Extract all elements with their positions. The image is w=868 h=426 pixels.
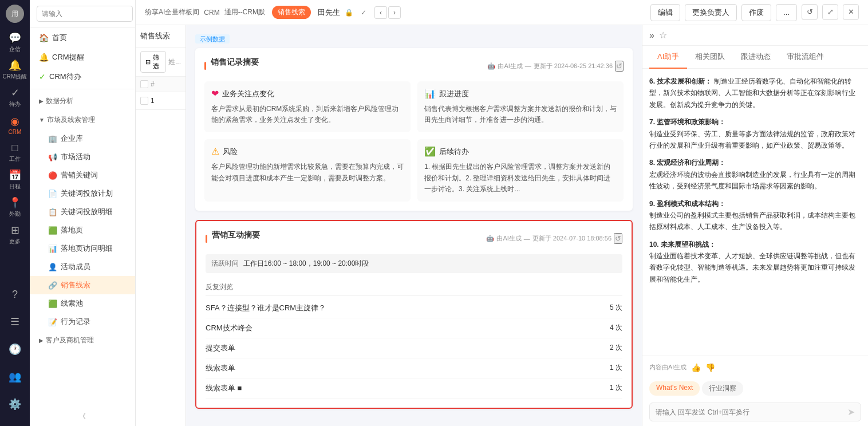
ai-section-title-0: 6. 技术发展和创新： xyxy=(649,77,712,85)
ai-send-btn[interactable]: ➤ xyxy=(847,407,855,417)
sidebar-group-market-mgmt[interactable]: ▼ 市场及线索管理 xyxy=(30,111,135,129)
filter-button[interactable]: ⊟ 筛选 xyxy=(140,51,166,73)
expand-collapse-icon[interactable]: » xyxy=(649,30,654,41)
enterprise-icon: 🏢 xyxy=(48,135,57,143)
browse-row-text-4: 线索表单 ■ xyxy=(206,383,610,393)
sidebar-item-marketing-keyword[interactable]: 🔴 营销关键词 xyxy=(30,166,135,184)
sidebar-item-crm-alert[interactable]: 🔔 CRM提醒 xyxy=(30,48,135,67)
sidebar-item-home[interactable]: 🏠 首页 xyxy=(30,28,135,48)
landing-page-icon: 🟩 xyxy=(48,226,57,235)
verify-icon[interactable]: ✓ xyxy=(357,6,370,19)
crm-icon: ◉ xyxy=(10,115,19,128)
refresh-icon[interactable]: ↺ xyxy=(802,4,818,20)
settings-icon: ⚙️ xyxy=(9,398,21,411)
sidebar-item-qixin[interactable]: 💬 企信 xyxy=(2,30,27,55)
summary-item-header-1: 📊 跟进进度 xyxy=(424,88,617,99)
expand-icon[interactable]: ⤢ xyxy=(822,4,838,20)
history-icon: 🕐 xyxy=(9,343,21,356)
card-refresh-btn[interactable]: ↺ xyxy=(615,61,624,72)
ai-icon-small: 🤖 xyxy=(487,62,495,70)
browse-row-3: 线索表单 1 次 xyxy=(206,358,622,378)
sidebar-item-users[interactable]: 👥 xyxy=(2,364,27,389)
keyword-detail-icon: 📋 xyxy=(48,208,57,216)
sidebar-item-market-activity[interactable]: 📢 市场活动 xyxy=(30,148,135,166)
sidebar-item-keyword-plan[interactable]: 📄 关键词投放计划 xyxy=(30,184,135,203)
sidebar-group-customer-mgmt[interactable]: ▶ 客户及商机管理 xyxy=(30,331,135,350)
market-mgmt-label: 市场及线索管理 xyxy=(47,115,95,125)
app-name: 纷享AI全量样板间 xyxy=(145,7,199,17)
sidebar-item-crm-alert[interactable]: 🔔 CRM提醒 xyxy=(2,57,27,82)
sidebar-item-enterprise[interactable]: 🏢 企业库 xyxy=(30,129,135,148)
app-crm: CRM xyxy=(204,9,219,17)
landing-detail-icon: 📊 xyxy=(48,244,57,253)
edit-button[interactable]: 编辑 xyxy=(650,4,680,21)
sidebar-label-calendar: 日程 xyxy=(9,183,21,191)
nav-sidebar: + 🏠 首页 🔔 CRM提醒 ✓ CRM待办 ▶ 数据分析 ▼ 市场及线索管理 … xyxy=(30,0,136,426)
ai-input[interactable] xyxy=(656,408,843,416)
lock-icon[interactable]: 🔒 xyxy=(342,6,355,19)
sidebar-item-behavior-record[interactable]: 📝 行为记录 xyxy=(30,313,135,331)
browse-row-text-0: SFA？连接型？谁才是CRM主旋律？ xyxy=(206,303,610,313)
thumbs-down-btn[interactable]: 👎 xyxy=(705,363,715,372)
active-member-icon: 👤 xyxy=(48,263,57,271)
nav-divider-1 xyxy=(30,89,135,89)
collapse-sidebar-btn[interactable]: 《 xyxy=(79,412,86,420)
active-tab-pill[interactable]: 销售线索 xyxy=(272,6,311,19)
sidebar-item-lead-pool[interactable]: 🟩 线索池 xyxy=(30,294,135,313)
marketing-card-meta: 🤖 由AI生成 — 更新于 2024-07-10 18:08:56 ↺ xyxy=(486,233,622,244)
tab-ai-assistant[interactable]: AI助手 xyxy=(649,46,687,69)
ai-label: 由AI生成 xyxy=(498,62,522,70)
star-icon[interactable]: ☆ xyxy=(659,30,667,41)
close-icon[interactable]: ✕ xyxy=(843,4,859,20)
row-checkbox[interactable] xyxy=(140,97,148,105)
app-mode: 通用--CRM默 xyxy=(224,7,265,17)
sidebar-item-landing-page[interactable]: 🟩 落地页 xyxy=(30,221,135,239)
browse-row-text-1: CRM技术峰会 xyxy=(206,323,610,333)
sidebar-item-sales-lead[interactable]: 🔗 销售线索 xyxy=(30,276,135,294)
sidebar-item-todo[interactable]: ✓ 待办 xyxy=(2,85,27,110)
sidebar-item-logs[interactable]: ☰ xyxy=(2,309,27,334)
sidebar-item-keyword-detail[interactable]: 📋 关键词投放明细 xyxy=(30,203,135,221)
sidebar-item-more[interactable]: ⊞ 更多 xyxy=(2,222,27,247)
sidebar-item-calendar[interactable]: 📅 日程 xyxy=(2,167,27,192)
marketing-active-time: 活跃时间 工作日16:00 ~ 18:00，19:00 ~ 20:00时段 xyxy=(206,254,622,273)
marketing-ai-label: 由AI生成 xyxy=(496,234,521,243)
browse-row-count-1: 4 次 xyxy=(610,323,622,333)
tab-industry-insights[interactable]: 行业洞察 xyxy=(702,381,743,396)
browse-row-count-4: 1 次 xyxy=(610,383,622,393)
user-avatar[interactable]: 用 xyxy=(6,5,24,23)
tab-whats-next[interactable]: What's Next xyxy=(649,381,700,396)
sidebar-item-crm[interactable]: ◉ CRM xyxy=(2,112,27,137)
sidebar-item-question[interactable]: ? xyxy=(2,282,27,307)
sidebar-item-landing-detail[interactable]: 📊 落地页访问明细 xyxy=(30,239,135,258)
search-input[interactable] xyxy=(37,6,133,22)
header-checkbox[interactable] xyxy=(140,80,148,88)
list-column-label: 姓... xyxy=(168,57,181,67)
bell-icon: 🔔 xyxy=(39,53,49,62)
card-header-sales: 销售记录摘要 🤖 由AI生成 — 更新于 2024-06-25 21:42:36… xyxy=(204,57,624,74)
delete-button[interactable]: 作废 xyxy=(741,4,771,21)
tab-follow-dynamics[interactable]: 跟进动态 xyxy=(733,46,779,69)
icon-sidebar: 用 💬 企信 🔔 CRM提醒 ✓ 待办 ◉ CRM □ 工作 📅 日程 📍 外勤… xyxy=(0,0,30,426)
sidebar-item-crm-todo[interactable]: ✓ CRM待办 xyxy=(30,67,135,86)
marketing-card-refresh-btn[interactable]: ↺ xyxy=(614,233,622,244)
change-owner-button[interactable]: 更换负责人 xyxy=(685,4,737,21)
tab-related-team[interactable]: 相关团队 xyxy=(687,46,733,69)
chart-icon: 📊 xyxy=(424,88,436,99)
sidebar-group-data-analysis[interactable]: ▶ 数据分析 xyxy=(30,92,135,111)
tab-approval-flow[interactable]: 审批流组件 xyxy=(779,46,832,69)
home-label: 首页 xyxy=(52,33,67,43)
sidebar-item-settings[interactable]: ⚙️ xyxy=(2,392,27,417)
thumbs-up-btn[interactable]: 👍 xyxy=(691,363,701,372)
logs-icon: ☰ xyxy=(10,315,19,328)
prev-button[interactable]: ‹ xyxy=(374,6,387,19)
next-button[interactable]: › xyxy=(388,6,401,19)
ai-section-4: 10. 未来展望和挑战： 制造业面临着技术变革、人才短缺、全球供应链调整等挑战，… xyxy=(649,239,861,286)
table-row[interactable]: 1 xyxy=(136,92,186,110)
calendar-icon: 📅 xyxy=(9,169,21,182)
more-button[interactable]: ... xyxy=(776,4,797,21)
sidebar-item-work[interactable]: □ 工作 xyxy=(2,140,27,165)
sidebar-item-history[interactable]: 🕐 xyxy=(2,337,27,362)
sidebar-item-active-member[interactable]: 👤 活动成员 xyxy=(30,258,135,276)
sidebar-item-location[interactable]: 📍 外勤 xyxy=(2,195,27,220)
